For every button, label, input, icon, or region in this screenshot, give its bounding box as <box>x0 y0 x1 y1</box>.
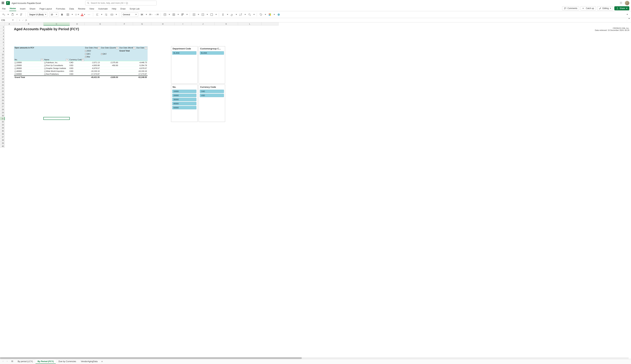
cell[interactable] <box>151 142 174 144</box>
font-name-value[interactable] <box>29 13 44 16</box>
cell[interactable] <box>262 111 279 114</box>
cell[interactable] <box>116 111 133 114</box>
cell[interactable] <box>262 71 279 74</box>
cell[interactable] <box>238 96 262 98</box>
collapse-icon[interactable]: − <box>44 74 46 75</box>
cell[interactable] <box>238 129 262 132</box>
cell[interactable] <box>191 123 215 126</box>
cell[interactable] <box>5 84 14 86</box>
cell[interactable] <box>262 59 279 62</box>
cell[interactable] <box>5 71 14 74</box>
cell[interactable] <box>85 35 116 37</box>
cell[interactable] <box>44 102 70 104</box>
cell[interactable] <box>133 132 151 135</box>
increase-decimal-button[interactable]: .00→ <box>149 12 153 17</box>
cell[interactable] <box>14 117 44 120</box>
cell[interactable] <box>116 105 133 108</box>
filter-dropdown-icon[interactable] <box>98 47 100 49</box>
cell[interactable] <box>238 59 262 62</box>
cell[interactable] <box>85 41 116 44</box>
row-header[interactable]: 25 <box>0 99 5 102</box>
cell[interactable] <box>85 120 116 123</box>
cell[interactable] <box>151 32 174 34</box>
cell[interactable] <box>215 145 238 147</box>
cell[interactable] <box>116 32 133 34</box>
cell[interactable] <box>5 59 14 62</box>
cell[interactable] <box>174 142 191 144</box>
cell[interactable] <box>14 93 44 96</box>
cell[interactable] <box>238 142 262 144</box>
cell[interactable] <box>238 123 262 126</box>
slicer-item[interactable]: 10000 <box>172 90 196 93</box>
cell[interactable] <box>70 99 85 102</box>
menu-automate[interactable]: Automate <box>98 7 108 11</box>
cell[interactable] <box>14 105 44 108</box>
currency-button[interactable]: $€ <box>140 12 144 17</box>
horizontal-scrollbar[interactable] <box>0 357 628 359</box>
filter-dropdown-icon[interactable] <box>145 47 147 49</box>
cell[interactable] <box>133 102 151 104</box>
column-header[interactable]: F <box>116 22 133 26</box>
fx-icon[interactable]: fx <box>26 19 27 22</box>
menu-data[interactable]: Data <box>69 7 74 11</box>
cell[interactable] <box>70 117 85 120</box>
cell[interactable] <box>14 80 44 83</box>
row-header[interactable]: 31 <box>0 117 5 120</box>
addins-button[interactable] <box>268 12 272 17</box>
cell[interactable] <box>133 80 151 83</box>
cell[interactable] <box>14 123 44 126</box>
row-header[interactable]: 32 <box>0 120 5 123</box>
column-header[interactable]: I <box>174 22 191 26</box>
cell[interactable] <box>44 138 70 141</box>
cell[interactable] <box>133 111 151 114</box>
chevron-down-icon[interactable] <box>169 14 170 15</box>
cell[interactable] <box>238 86 262 89</box>
cell[interactable] <box>44 38 70 40</box>
cell[interactable] <box>14 38 44 40</box>
column-header[interactable]: K <box>215 22 238 26</box>
cell[interactable] <box>85 99 116 102</box>
cell[interactable] <box>44 86 70 89</box>
cell[interactable] <box>133 105 151 108</box>
cell[interactable] <box>5 78 14 80</box>
scrollbar-thumb[interactable] <box>0 357 302 359</box>
cell[interactable] <box>44 120 70 123</box>
cell[interactable] <box>116 99 133 102</box>
cell[interactable] <box>133 35 151 37</box>
cell[interactable] <box>5 28 14 31</box>
cell[interactable] <box>116 93 133 96</box>
cell[interactable] <box>133 108 151 111</box>
menu-share[interactable]: Share <box>29 7 36 11</box>
borders-button[interactable] <box>66 12 70 17</box>
row-header[interactable]: 37 <box>0 136 5 138</box>
cell[interactable] <box>133 84 151 86</box>
slicer-currency-code[interactable]: Currency Code CADUSD <box>198 84 225 122</box>
cell[interactable] <box>5 38 14 40</box>
cell[interactable] <box>14 84 44 86</box>
chevron-down-icon[interactable] <box>16 14 18 15</box>
catch-up-button[interactable]: Catch up <box>580 6 596 10</box>
cell[interactable] <box>5 90 14 92</box>
slicer-item[interactable]: CAD <box>200 90 224 93</box>
cell[interactable] <box>238 136 262 138</box>
comments-button[interactable]: Comments <box>562 6 579 10</box>
cell[interactable] <box>215 138 238 141</box>
cell[interactable] <box>44 105 70 108</box>
cell[interactable] <box>116 86 133 89</box>
cell[interactable] <box>70 80 85 83</box>
chevron-down-icon[interactable] <box>186 14 188 15</box>
cell[interactable] <box>116 117 133 120</box>
select-all-corner[interactable] <box>0 22 5 26</box>
cell[interactable] <box>85 96 116 98</box>
cell[interactable] <box>151 41 174 44</box>
copilot-button[interactable] <box>277 12 281 17</box>
cell[interactable] <box>262 126 279 129</box>
chevron-down-icon[interactable] <box>146 14 147 15</box>
row-header[interactable]: 15 <box>0 68 5 71</box>
cell[interactable] <box>238 120 262 123</box>
cell[interactable] <box>70 136 85 138</box>
row-header[interactable]: 3 <box>0 32 5 35</box>
cell[interactable] <box>262 53 279 56</box>
clear-button[interactable] <box>230 12 234 17</box>
cancel-formula-button[interactable]: ✕ <box>19 19 21 22</box>
